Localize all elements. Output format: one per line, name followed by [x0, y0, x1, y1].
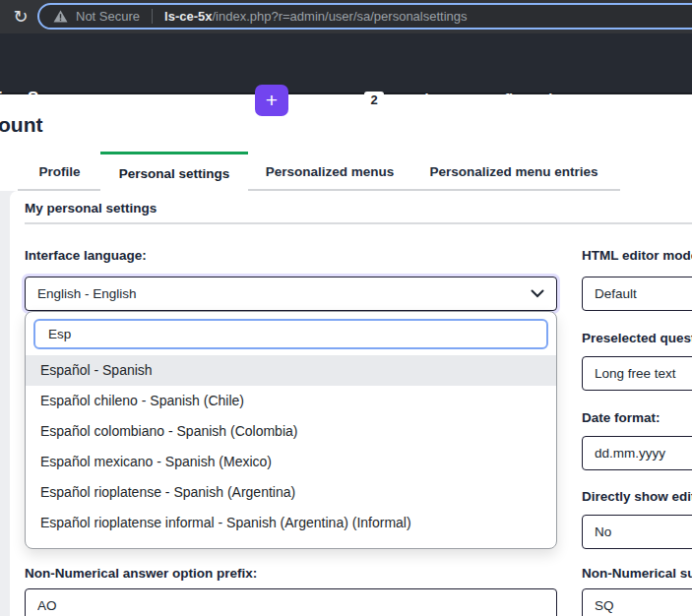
date-format-select[interactable]: dd.mm.yyyy	[582, 436, 692, 470]
subquestion-prefix-input[interactable]	[582, 588, 692, 616]
caret-down-icon	[444, 98, 452, 103]
subquestion-prefix-field	[582, 588, 692, 616]
html-editor-mode-value: Default	[595, 286, 637, 301]
preselected-question-type-label: Preselected quest	[582, 331, 692, 345]
surveys-label: Surveys	[302, 92, 357, 108]
section-divider	[25, 222, 692, 224]
language-option-highlighted[interactable]: Español - Spanish	[26, 355, 556, 386]
url-text: ls-ce-5x/index.php?r=admin/user/sa/perso…	[164, 9, 468, 24]
help-label: Help	[407, 92, 437, 107]
directly-show-edit-select[interactable]: No	[582, 515, 692, 549]
security-label: Not Secure	[76, 9, 140, 24]
language-option[interactable]: Español rioplatense informal - Spanish (…	[26, 508, 556, 538]
language-option[interactable]: Español mexicano - Spanish (Mexico)	[26, 447, 556, 477]
answer-option-prefix-field	[25, 588, 557, 616]
date-format-value: dd.mm.yyyy	[595, 446, 665, 461]
address-bar[interactable]: Not Secure ls-ce-5x/index.php?r=admin/us…	[37, 3, 692, 30]
interface-language-value: English - English	[37, 286, 137, 301]
tab-personalized-menus[interactable]: Personalized menus	[256, 154, 404, 189]
language-option[interactable]: Español rioplatense - Spanish (Argentina…	[26, 477, 556, 508]
interface-language-label: Interface language:	[25, 248, 147, 263]
app-navbar: imeSurvey + Surveys 2 Help Configuration	[0, 33, 692, 94]
language-option[interactable]: Español colombiano - Spanish (Colombia)	[26, 416, 556, 447]
html-editor-mode-label: HTML editor mode	[582, 248, 692, 263]
preselected-question-type-value: Long free text	[595, 366, 676, 381]
tab-personalized-menu-entries[interactable]: Personalized menu entries	[419, 154, 608, 189]
language-search-input[interactable]	[33, 319, 548, 349]
url-path: /index.php?r=admin/user/sa/personalsetti…	[212, 9, 467, 24]
date-format-label: Date format:	[582, 410, 661, 425]
surveys-menu[interactable]: Surveys 2	[302, 92, 384, 109]
add-survey-button[interactable]: +	[255, 85, 288, 116]
directly-show-edit-value: No	[595, 524, 611, 539]
preselected-question-type-select[interactable]: Long free text	[582, 356, 692, 391]
configuration-label: Configuration	[476, 92, 570, 107]
page-title: ount	[0, 113, 42, 137]
subquestion-prefix-label: Non-Numerical su	[582, 566, 692, 581]
help-menu[interactable]: Help	[407, 92, 452, 107]
address-separator	[152, 9, 153, 24]
answer-option-prefix-label: Non-Numerical answer option prefix:	[25, 566, 257, 581]
tab-personal-settings[interactable]: Personal settings	[100, 152, 248, 193]
limesurvey-logo[interactable]: imeSurvey	[0, 89, 85, 108]
interface-language-select[interactable]: English - English	[25, 277, 557, 311]
html-editor-mode-select[interactable]: Default	[582, 277, 692, 311]
language-dropdown: Español - Spanish Español chileno - Span…	[25, 311, 557, 549]
chevron-down-icon	[531, 286, 544, 301]
plus-icon: +	[266, 89, 278, 112]
browser-toolbar: ↻ Not Secure ls-ce-5x/index.php?r=admin/…	[0, 0, 692, 33]
configuration-menu[interactable]: Configuration	[476, 92, 585, 107]
caret-down-icon	[577, 98, 585, 103]
reload-button[interactable]: ↻	[8, 4, 33, 30]
tab-profile[interactable]: Profile	[27, 154, 93, 189]
section-heading: My personal settings	[25, 201, 157, 216]
url-domain: ls-ce-5x	[164, 9, 212, 24]
warning-triangle-icon[interactable]	[53, 10, 68, 23]
reload-icon: ↻	[13, 6, 28, 28]
answer-option-prefix-input[interactable]	[25, 588, 557, 616]
language-option[interactable]: Español chileno - Spanish (Chile)	[26, 386, 556, 416]
language-option-list: Español - Spanish Español chileno - Span…	[26, 355, 556, 538]
directly-show-edit-label: Directly show edit	[582, 489, 692, 504]
surveys-count-badge: 2	[364, 92, 383, 109]
